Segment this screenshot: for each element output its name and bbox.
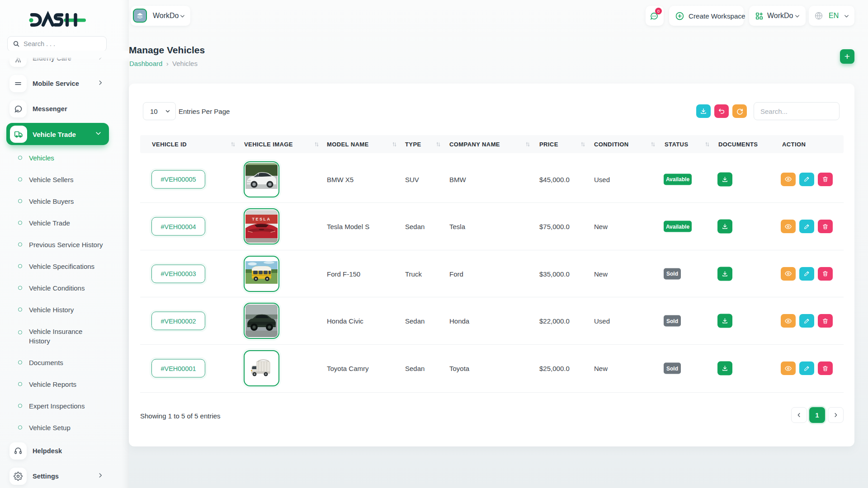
svg-text:TESLA: TESLA [252, 217, 271, 221]
